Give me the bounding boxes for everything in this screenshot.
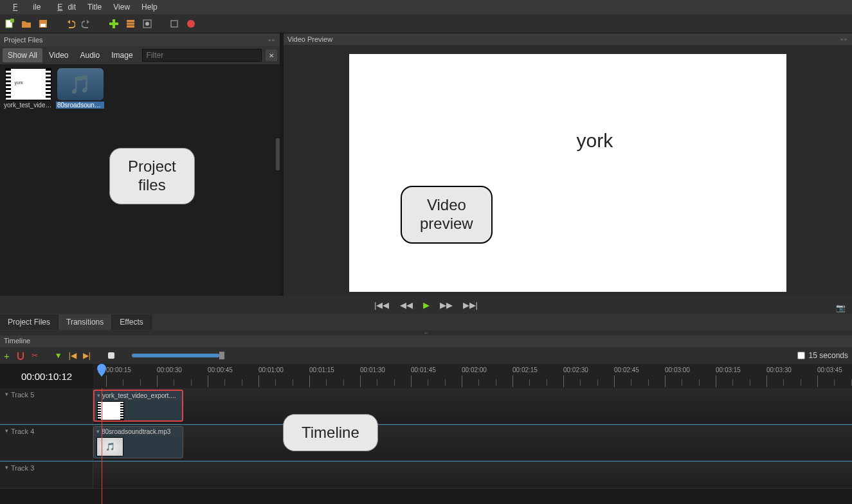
zoom-slider[interactable] xyxy=(132,354,222,357)
svg-point-10 xyxy=(145,22,149,26)
svg-rect-11 xyxy=(171,21,177,27)
video-preview-header: Video Preview ▫▫ xyxy=(284,33,852,45)
menu-file[interactable]: File xyxy=(3,1,46,13)
open-file-icon[interactable] xyxy=(21,18,32,30)
annotation-project-files: Projectfiles xyxy=(109,148,195,204)
menu-title[interactable]: Title xyxy=(82,1,107,13)
menu-help[interactable]: Help xyxy=(136,1,163,13)
filter-input[interactable] xyxy=(142,49,262,62)
bottom-tabs: Project Files Transitions Effects xyxy=(0,314,852,330)
tab-effects[interactable]: Effects xyxy=(112,314,151,330)
filter-video[interactable]: Video xyxy=(44,48,73,62)
playhead[interactable] xyxy=(102,388,102,504)
video-canvas[interactable]: york Videopreview xyxy=(349,54,786,292)
snapshot-icon[interactable]: 📷 xyxy=(836,303,846,312)
project-file-item[interactable]: york york_test_video_... xyxy=(4,68,52,109)
tab-project-files[interactable]: Project Files xyxy=(0,314,59,330)
play-icon[interactable]: ▶ xyxy=(423,300,430,310)
snap-checkbox[interactable] xyxy=(797,352,805,359)
snap-interval-label: 15 seconds xyxy=(809,351,848,360)
svg-rect-3 xyxy=(41,24,46,27)
svg-rect-6 xyxy=(127,20,134,28)
svg-rect-1 xyxy=(10,19,14,22)
track-label[interactable]: ▾Track 4 xyxy=(0,425,93,460)
timeline-ruler[interactable]: 00:00:10:12 00:00:1500:00:3000:00:4500:0… xyxy=(0,364,852,388)
panel-controls-icon[interactable]: ▫▫ xyxy=(268,36,276,44)
track-row: ▾Track 5 ▾york_test_video_export.... xyxy=(0,388,852,424)
undo-icon[interactable] xyxy=(64,18,76,30)
main-toolbar xyxy=(0,14,852,33)
timeline-toolbar: + ✂ ▼ |◀ ▶| 15 seconds xyxy=(0,347,852,364)
annotation-video-preview: Videopreview xyxy=(401,186,493,244)
panel-controls-icon[interactable]: ▫▫ xyxy=(840,35,848,43)
timeline-tracks: ▾Track 5 ▾york_test_video_export.... ▾Tr… xyxy=(0,388,852,504)
preview-text: york xyxy=(577,130,613,152)
export-icon[interactable] xyxy=(185,18,197,30)
menu-edit[interactable]: Edit xyxy=(47,1,81,13)
filter-clear-icon[interactable]: ✕ xyxy=(266,50,277,61)
drag-handle[interactable]: ┉ xyxy=(0,330,852,336)
menu-view[interactable]: View xyxy=(108,1,135,13)
project-files-toolbar: Show All Video Audio Image ✕ xyxy=(0,46,280,64)
svg-rect-13 xyxy=(108,352,114,359)
project-files-list[interactable]: york york_test_video_... 🎵 80sroadsoundt… xyxy=(0,64,280,296)
marker-add-icon[interactable]: ▼ xyxy=(55,351,62,360)
filter-image[interactable]: Image xyxy=(106,48,138,62)
track-row: ▾Track 4 ▾80sroadsoundtrack.mp3 🎵 xyxy=(0,425,852,461)
snap-icon[interactable] xyxy=(16,351,25,360)
video-preview-body: york Videopreview xyxy=(284,45,852,301)
razor-icon[interactable]: ✂ xyxy=(32,351,38,360)
video-preview-panel: Video Preview ▫▫ york Videopreview xyxy=(284,33,852,296)
track-label[interactable]: ▾Track 5 xyxy=(0,388,93,424)
profile-icon[interactable] xyxy=(141,18,153,30)
track-row: ▾Track 3 xyxy=(0,462,852,489)
splitter-handle[interactable] xyxy=(276,138,280,170)
filter-show-all[interactable]: Show All xyxy=(3,48,42,62)
prev-marker-icon[interactable]: |◀ xyxy=(69,351,77,360)
forward-icon[interactable]: ▶▶ xyxy=(440,300,453,310)
new-project-icon[interactable] xyxy=(4,18,15,30)
svg-rect-5 xyxy=(113,19,115,28)
project-files-panel: Project Files ▫▫ Show All Video Audio Im… xyxy=(0,33,280,296)
next-marker-icon[interactable]: ▶| xyxy=(83,351,91,360)
filter-audio[interactable]: Audio xyxy=(75,48,105,62)
project-file-item[interactable]: 🎵 80sroadsoundtr... xyxy=(56,68,104,109)
file-label: 80sroadsoundtr... xyxy=(56,102,104,109)
files-icon[interactable] xyxy=(125,18,136,30)
timecode: 00:00:10:12 xyxy=(0,364,93,388)
redo-icon[interactable] xyxy=(81,18,93,30)
tab-transitions[interactable]: Transitions xyxy=(59,314,112,330)
timeline-clip[interactable]: ▾80sroadsoundtrack.mp3 🎵 xyxy=(93,426,183,458)
jump-end-icon[interactable]: ▶▶| xyxy=(463,300,478,310)
track-label[interactable]: ▾Track 3 xyxy=(0,462,93,488)
rewind-icon[interactable]: ◀◀ xyxy=(400,300,413,310)
jump-start-icon[interactable]: |◀◀ xyxy=(374,300,389,310)
save-icon[interactable] xyxy=(37,18,49,30)
menubar: File Edit Title View Help xyxy=(0,0,852,14)
add-track-icon[interactable]: + xyxy=(4,350,10,361)
file-label: york_test_video_... xyxy=(4,102,52,109)
center-playhead-icon[interactable] xyxy=(107,352,115,359)
svg-point-12 xyxy=(187,20,195,28)
timeline-header: Timeline xyxy=(0,336,852,347)
import-icon[interactable] xyxy=(108,18,120,30)
project-files-header: Project Files ▫▫ xyxy=(0,33,280,46)
timeline-clip[interactable]: ▾york_test_video_export.... xyxy=(93,390,183,422)
fullscreen-icon[interactable] xyxy=(168,18,180,30)
playback-controls: |◀◀ ◀◀ ▶ ▶▶ ▶▶| 📷 xyxy=(0,296,852,314)
